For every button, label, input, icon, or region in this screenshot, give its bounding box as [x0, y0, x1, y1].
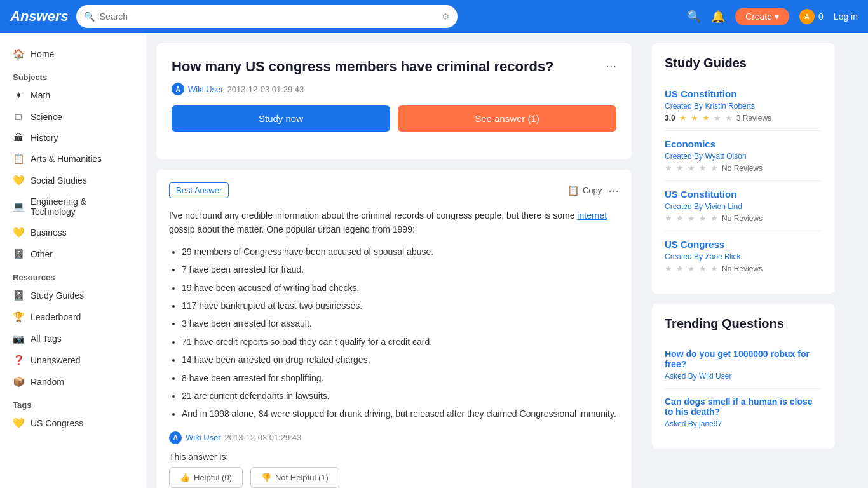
guide-item-0: US Constitution Created By Kristin Rober… [665, 81, 822, 131]
answer-author[interactable]: Wiki User [186, 433, 221, 442]
internet-link[interactable]: internet [577, 210, 607, 220]
guide-creator-name-0[interactable]: Kristin Roberts [705, 102, 755, 111]
copy-button[interactable]: 📋 Copy [567, 185, 602, 196]
guide-title-1[interactable]: Economics [665, 139, 822, 149]
thumbs-up-icon: 👍 [180, 473, 190, 482]
copy-icon: 📋 [567, 185, 580, 196]
study-guides-panel: Study Guides US Constitution Created By … [652, 43, 835, 294]
trending-asker-0[interactable]: Wiki User [699, 372, 731, 381]
stars-3: ★ ★ ★ ★ ★ No Reviews [665, 264, 822, 273]
layout: 🏠 Home Subjects ✦ Math □ Science 🏛 Histo… [0, 33, 868, 488]
study-guides-title: Study Guides [665, 56, 822, 71]
search-bar[interactable]: 🔍 ⚙ [76, 5, 458, 28]
sidebar-item-arts[interactable]: 📋 Arts & Humanities [0, 148, 146, 170]
sidebar-item-engineering[interactable]: 💻 Engineering & Technology [0, 191, 146, 222]
sidebar-math-label: Math [31, 90, 50, 100]
login-button[interactable]: Log in [834, 11, 858, 22]
sidebar-unanswered-label: Unanswered [31, 355, 81, 365]
sidebar-item-home[interactable]: 🏠 Home [0, 43, 146, 65]
sidebar-item-business[interactable]: 💛 Business [0, 222, 146, 243]
guide-title-3[interactable]: US Congress [665, 239, 822, 250]
create-button[interactable]: Create ▾ [735, 8, 789, 25]
filter-icon[interactable]: ⚙ [442, 11, 450, 22]
random-icon: 📦 [13, 376, 24, 388]
unanswered-icon: ❓ [13, 355, 24, 366]
coins-area: A 0 [799, 9, 824, 24]
sidebar-item-leaderboard[interactable]: 🏆 Leaderboard [0, 306, 146, 328]
sidebar-science-label: Science [31, 112, 62, 122]
guide-creator-name-2[interactable]: Vivien Lind [705, 202, 742, 211]
list-item: 14 have been arrested on drug-related ch… [182, 353, 619, 367]
sidebar: 🏠 Home Subjects ✦ Math □ Science 🏛 Histo… [0, 33, 146, 488]
sidebar-item-all-tags[interactable]: 📷 All Tags [0, 328, 146, 349]
sidebar-item-history[interactable]: 🏛 History [0, 127, 146, 148]
us-congress-tag-icon: 💛 [13, 417, 24, 429]
question-title: How many US congress members have crimin… [172, 58, 606, 75]
sidebar-item-math[interactable]: ✦ Math [0, 85, 146, 106]
sidebar-item-social[interactable]: 💛 Social Studies [0, 170, 146, 191]
science-icon: □ [13, 111, 24, 122]
sidebar-social-label: Social Studies [31, 175, 87, 186]
other-icon: 📓 [13, 248, 24, 260]
sidebar-item-unanswered[interactable]: ❓ Unanswered [0, 349, 146, 371]
sidebar-home-label: Home [31, 49, 54, 59]
sidebar-history-label: History [31, 133, 58, 143]
trending-panel: Trending Questions How do you get 100000… [652, 304, 835, 449]
guide-item-2: US Constitution Created By Vivien Lind ★… [665, 181, 822, 231]
sidebar-item-study-guides[interactable]: 📓 Study Guides [0, 285, 146, 306]
right-panel: Study Guides US Constitution Created By … [642, 33, 845, 488]
sidebar-item-other[interactable]: 📓 Other [0, 243, 146, 265]
trending-by-1: Asked By jane97 [665, 419, 822, 428]
guide-title-2[interactable]: US Constitution [665, 189, 822, 200]
answer-list: 29 members of Congress have been accused… [169, 245, 619, 421]
list-item: 21 are current defendants in lawsuits. [182, 389, 619, 403]
sidebar-item-science[interactable]: □ Science [0, 106, 146, 127]
search-input[interactable] [100, 11, 437, 22]
trending-item-0: How do you get 1000000 robux for free? A… [665, 341, 822, 389]
guide-creator-name-1[interactable]: Wyatt Olson [705, 152, 746, 161]
see-answer-button[interactable]: See answer (1) [398, 105, 616, 132]
guide-title-0[interactable]: US Constitution [665, 88, 822, 99]
not-helpful-button[interactable]: 👎 Not Helpful (1) [250, 467, 339, 488]
arts-icon: 📋 [13, 153, 24, 165]
question-more-button[interactable]: ··· [606, 58, 616, 73]
list-item: 7 have been arrested for fraud. [182, 262, 619, 276]
trending-question-1[interactable]: Can dogs smell if a human is close to hi… [665, 396, 822, 417]
sidebar-engineering-label: Engineering & Technology [31, 196, 133, 217]
sidebar-item-random[interactable]: 📦 Random [0, 371, 146, 393]
sidebar-item-us-congress[interactable]: 💛 US Congress [0, 412, 146, 434]
study-now-button[interactable]: Study now [172, 105, 390, 132]
stars-0: 3.0 ★ ★ ★ ★ ★ 3 Reviews [665, 113, 822, 123]
resources-section-title: Resources [0, 265, 146, 285]
question-actions: Study now See answer (1) [172, 105, 616, 132]
question-author[interactable]: Wiki User [188, 85, 224, 94]
guide-creator-name-3[interactable]: Zane Blick [705, 252, 740, 261]
list-item: 19 have been accused of writing bad chec… [182, 281, 619, 295]
search-icon-header[interactable]: 🔍 [687, 10, 701, 24]
trending-question-0[interactable]: How do you get 1000000 robux for free? [665, 349, 822, 369]
sidebar-us-congress-label: US Congress [31, 418, 83, 428]
home-icon: 🏠 [13, 48, 24, 60]
subjects-section-title: Subjects [0, 65, 146, 85]
sidebar-study-guides-label: Study Guides [31, 290, 84, 301]
guide-creator-1: Created By Wyatt Olson [665, 152, 822, 161]
sidebar-business-label: Business [31, 227, 67, 238]
trending-asker-1[interactable]: jane97 [699, 419, 722, 428]
notification-icon[interactable]: 🔔 [711, 10, 725, 24]
this-answer-label: This answer is: [169, 452, 619, 462]
answer-intro: I've not found any credible information … [169, 208, 619, 237]
answer-meta: A Wiki User 2013-12-03 01:29:43 [169, 431, 619, 444]
trending-item-1: Can dogs smell if a human is close to hi… [665, 389, 822, 436]
header-right: 🔍 🔔 Create ▾ A 0 Log in [687, 8, 858, 25]
list-item: 117 have bankrupted at least two busines… [182, 299, 619, 313]
helpful-button[interactable]: 👍 Helpful (0) [169, 467, 243, 488]
trending-title: Trending Questions [665, 316, 822, 331]
answer-card: Best Answer 📋 Copy ··· I've not found an… [156, 170, 632, 488]
answer-more-button[interactable]: ··· [608, 183, 619, 198]
coins-count: 0 [818, 11, 824, 22]
sidebar-leaderboard-label: Leaderboard [31, 312, 81, 322]
vote-buttons: 👍 Helpful (0) 👎 Not Helpful (1) [169, 467, 619, 488]
guide-creator-0: Created By Kristin Roberts [665, 102, 822, 111]
history-icon: 🏛 [13, 132, 24, 143]
guide-item-1: Economics Created By Wyatt Olson ★ ★ ★ ★… [665, 131, 822, 181]
